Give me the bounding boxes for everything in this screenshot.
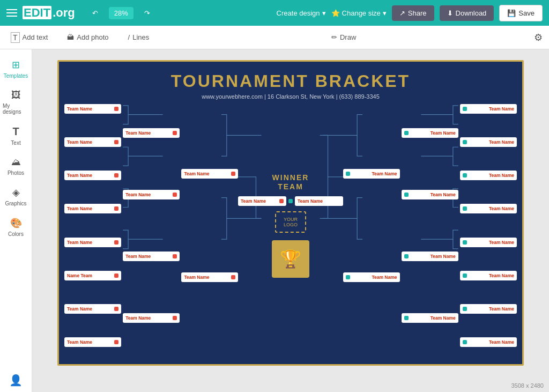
draw-button[interactable]: ✏ Draw [327, 31, 360, 44]
team-slot[interactable]: Team Name [402, 252, 458, 261]
toolbar: T Add text 🏔 Add photo / Lines ✏ Draw ⚙ [0, 26, 549, 49]
sidebar-label-templates: Templates [4, 73, 28, 79]
final-left-slot[interactable]: Team Name [238, 196, 286, 206]
logo-placeholder[interactable]: YOURLOGO [275, 211, 306, 233]
right-round2: Team Name Team Name Team Name Team Name [402, 92, 458, 359]
bracket-canvas[interactable]: TOURNAMENT BRACKET www.yourwebhere.com |… [57, 60, 524, 366]
right-round1: Team Name Team Name Team Name Team Name … [460, 92, 517, 359]
team-slot[interactable]: Team Name [460, 238, 517, 247]
settings-icon[interactable]: ⚙ [534, 32, 543, 43]
left-round2: Team Name Team Name Team Name Team Name [123, 92, 180, 359]
team-slot[interactable]: Team Name [460, 137, 517, 147]
team-slot[interactable]: Team Name [64, 238, 121, 247]
team-slot[interactable]: Team Name [181, 272, 238, 282]
team-slot[interactable]: Team Name [64, 337, 121, 347]
team-slot[interactable]: Team Name [343, 169, 400, 179]
top-nav: EDIT.org ↶ 28% ↷ Create design ▾ ⭐ Chang… [0, 0, 549, 26]
add-photo-button[interactable]: 🏔 Add photo [63, 31, 113, 44]
sidebar-item-mydesigns[interactable]: 🖼 My designs [0, 84, 32, 120]
colors-icon: 🎨 [10, 217, 22, 229]
final-right-slot[interactable]: Team Name [295, 196, 343, 206]
mydesigns-icon: 🖼 [11, 90, 21, 101]
zoom-display[interactable]: 28% [109, 7, 133, 19]
photo-icon: 🏔 [67, 33, 74, 41]
share-icon: ↗ [399, 9, 405, 17]
profile-icon[interactable]: 👤 [9, 374, 23, 386]
canvas-size-label: 3508 x 2480 [511, 382, 544, 389]
text-sidebar-icon: T [12, 125, 19, 138]
sidebar-item-templates[interactable]: ⊞ Templates [0, 54, 32, 84]
text-icon: T [11, 32, 20, 43]
save-icon: 💾 [507, 9, 516, 17]
download-button[interactable]: ⬇ Download [440, 5, 494, 21]
sidebar-item-colors[interactable]: 🎨 Colors [0, 212, 32, 242]
share-button[interactable]: ↗ Share [392, 5, 434, 21]
lines-icon: / [128, 33, 130, 41]
team-slot[interactable]: Team Name [460, 304, 517, 314]
team-slot[interactable]: Team Name [64, 171, 121, 180]
center-section: WINNER TEAM Team Name Team Name YOURLOGO… [238, 92, 343, 359]
final-match: Team Name Team Name [238, 196, 343, 206]
left-round3: Team Name Team Name [181, 92, 238, 359]
team-slot[interactable]: Team Name [460, 104, 517, 114]
sidebar-label-photos: Photos [8, 170, 24, 176]
photos-icon: ⛰ [11, 157, 21, 168]
download-icon: ⬇ [447, 9, 453, 17]
team-slot[interactable]: Team Name [460, 171, 517, 180]
trophy-icon: 🏆 [272, 240, 309, 278]
undo-button[interactable]: ↶ [87, 6, 103, 20]
lines-button[interactable]: / Lines [124, 31, 154, 44]
sidebar-item-graphics[interactable]: ◈ Graphics [0, 181, 32, 212]
sidebar-item-photos[interactable]: ⛰ Photos [0, 151, 32, 181]
team-slot[interactable]: Team Name [460, 337, 517, 347]
change-size-button[interactable]: ⭐ Change size ▾ [331, 9, 387, 17]
save-button[interactable]: 💾 Save [499, 5, 543, 21]
sidebar-bottom: 👤 [4, 368, 28, 392]
team-slot[interactable]: Team Name [402, 128, 458, 138]
team-slot[interactable]: Team Name [343, 272, 400, 282]
team-slot[interactable]: Team Name [64, 304, 121, 314]
redo-button[interactable]: ↷ [139, 6, 155, 20]
team-slot[interactable]: Name Team [64, 271, 121, 280]
team-slot[interactable]: Team Name [402, 190, 458, 199]
team-slot[interactable]: Team Name [64, 137, 121, 147]
team-slot[interactable]: Team Name [64, 104, 121, 114]
graphics-icon: ◈ [12, 187, 20, 198]
winner-label: WINNER TEAM [272, 173, 309, 191]
templates-icon: ⊞ [12, 59, 20, 71]
left-round1: Team Name Team Name Team Name Team Name … [64, 92, 121, 359]
sidebar-label-colors: Colors [8, 231, 24, 237]
team-slot[interactable]: Team Name [460, 204, 517, 213]
sidebar: ⊞ Templates 🖼 My designs T Text ⛰ Photos… [0, 49, 32, 392]
team-slot[interactable]: Team Name [402, 313, 458, 323]
vs-dot [288, 199, 293, 203]
right-round3: Team Name Team Name [343, 92, 400, 359]
team-slot[interactable]: Team Name [123, 313, 180, 323]
hamburger-menu[interactable] [6, 9, 17, 17]
sidebar-item-text[interactable]: T Text [0, 120, 32, 151]
canvas-area: TOURNAMENT BRACKET www.yourwebhere.com |… [32, 49, 549, 392]
logo-edit: EDIT [23, 6, 51, 19]
settings-icon-area[interactable]: ⚙ [534, 32, 543, 43]
draw-icon: ✏ [331, 33, 337, 41]
sidebar-label-graphics: Graphics [5, 201, 26, 206]
team-slot[interactable]: Team Name [460, 271, 517, 280]
main-layout: ⊞ Templates 🖼 My designs T Text ⛰ Photos… [0, 49, 549, 392]
team-slot[interactable]: Team Name [123, 128, 180, 138]
team-slot[interactable]: Team Name [181, 169, 238, 179]
logo: EDIT.org [23, 6, 76, 20]
bracket-title: TOURNAMENT BRACKET [59, 71, 522, 91]
team-slot[interactable]: Team Name [64, 204, 121, 213]
team-slot[interactable]: Team Name [123, 252, 180, 261]
sidebar-label-text: Text [11, 140, 20, 146]
create-design-button[interactable]: Create design ▾ [277, 9, 326, 17]
team-slot[interactable]: Team Name [123, 190, 180, 199]
logo-tld: .org [51, 6, 76, 19]
add-text-button[interactable]: T Add text [6, 29, 52, 46]
sidebar-label-mydesigns: My designs [3, 103, 29, 115]
